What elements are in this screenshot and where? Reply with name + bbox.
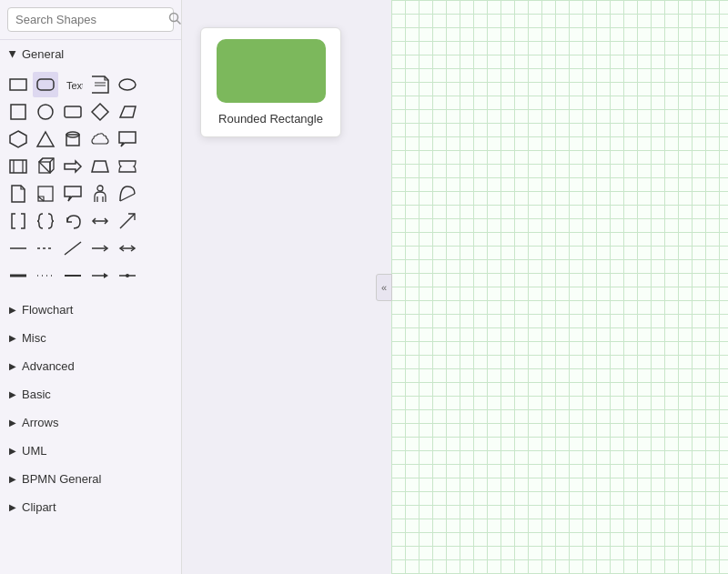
shape-person[interactable] xyxy=(87,181,113,206)
svg-point-7 xyxy=(119,79,136,90)
category-clipart[interactable]: ▶ Clipart xyxy=(0,493,181,521)
shape-arrow-line2[interactable] xyxy=(87,263,113,288)
shape-callout[interactable] xyxy=(115,126,140,152)
general-shapes-grid: Text xyxy=(0,68,181,296)
category-flowchart[interactable]: ▶ Flowchart xyxy=(0,296,181,324)
shape-empty2 xyxy=(142,99,167,125)
category-general-label: General xyxy=(22,47,64,61)
tooltip-label: Rounded Rectangle xyxy=(212,112,329,126)
shape-speech-bubble[interactable] xyxy=(60,181,86,206)
search-input-wrapper xyxy=(7,7,174,32)
svg-line-32 xyxy=(120,194,135,201)
svg-marker-13 xyxy=(10,131,26,147)
svg-line-28 xyxy=(38,196,44,201)
shape-double-arrow[interactable] xyxy=(87,208,113,234)
category-uml[interactable]: ▶ UML xyxy=(0,437,181,465)
category-arrows[interactable]: ▶ Arrows xyxy=(0,408,181,437)
shape-empty xyxy=(142,72,167,97)
shape-text[interactable]: Text xyxy=(60,72,86,97)
arrow-advanced: ▶ xyxy=(9,361,16,371)
arrow-basic: ▶ xyxy=(9,389,16,399)
shape-square[interactable] xyxy=(5,99,31,125)
svg-rect-10 xyxy=(65,106,81,117)
shape-note[interactable] xyxy=(87,72,113,97)
shape-parallelogram[interactable] xyxy=(115,99,140,125)
shape-bidirectional-line[interactable] xyxy=(115,236,140,261)
svg-marker-26 xyxy=(92,161,108,172)
svg-marker-25 xyxy=(65,161,81,172)
shape-page[interactable] xyxy=(5,181,31,206)
shape-angled-line[interactable] xyxy=(60,236,86,261)
svg-rect-17 xyxy=(10,160,26,173)
category-clipart-label: Clipart xyxy=(22,500,56,514)
shape-rounded-rectangle[interactable] xyxy=(33,72,58,97)
canvas-grid xyxy=(391,0,728,574)
category-bpmn[interactable]: ▶ BPMN General xyxy=(0,465,181,493)
shape-extra[interactable] xyxy=(115,263,140,288)
shape-rectangle[interactable] xyxy=(5,72,31,97)
shape-cube[interactable] xyxy=(33,154,58,179)
svg-point-9 xyxy=(38,105,53,119)
category-basic[interactable]: ▶ Basic xyxy=(0,380,181,408)
shape-thick-line[interactable] xyxy=(5,263,31,288)
category-arrows-label: Arrows xyxy=(22,416,58,429)
category-general[interactable]: ▶ General xyxy=(0,40,181,68)
svg-point-29 xyxy=(97,186,103,191)
shape-empty5 xyxy=(142,181,167,206)
category-misc-label: Misc xyxy=(22,331,46,345)
category-misc[interactable]: ▶ Misc xyxy=(0,324,181,352)
svg-marker-14 xyxy=(37,132,54,146)
shape-empty6 xyxy=(142,208,167,234)
arrow-flowchart: ▶ xyxy=(9,305,16,315)
category-bpmn-label: BPMN General xyxy=(22,472,101,486)
shape-empty7 xyxy=(142,236,167,261)
svg-line-34 xyxy=(120,214,135,228)
svg-rect-2 xyxy=(10,79,26,90)
shape-empty4 xyxy=(142,154,167,179)
tooltip-shape-preview xyxy=(217,39,326,103)
left-panel: ▶ General Text xyxy=(0,0,182,574)
shape-arc[interactable] xyxy=(115,181,140,206)
middle-panel: Rounded Rectangle « xyxy=(182,0,391,574)
arrow-arrows: ▶ xyxy=(9,418,16,428)
shape-dashed-line[interactable] xyxy=(33,236,58,261)
svg-rect-8 xyxy=(11,105,25,119)
shape-trapezoid[interactable] xyxy=(87,154,113,179)
svg-marker-11 xyxy=(92,104,108,120)
svg-rect-3 xyxy=(37,79,54,90)
search-input[interactable] xyxy=(15,13,168,26)
shape-cloud[interactable] xyxy=(87,126,113,152)
shape-process[interactable] xyxy=(5,154,31,179)
shape-cylinder[interactable] xyxy=(60,126,86,152)
shape-dotted-line[interactable] xyxy=(33,263,58,288)
shape-brace[interactable] xyxy=(33,208,58,234)
shape-diagonal-arrow[interactable] xyxy=(115,208,140,234)
shape-circle[interactable] xyxy=(33,99,58,125)
svg-point-46 xyxy=(126,274,129,277)
svg-line-1 xyxy=(177,21,181,25)
shape-ellipse[interactable] xyxy=(115,72,140,97)
shape-wave[interactable] xyxy=(115,154,140,179)
shape-arrow-right[interactable] xyxy=(60,154,86,179)
shape-empty8 xyxy=(142,263,167,288)
collapse-button[interactable]: « xyxy=(376,274,392,301)
svg-line-37 xyxy=(65,242,81,255)
shape-triangle[interactable] xyxy=(33,126,58,152)
category-basic-label: Basic xyxy=(22,388,51,401)
category-advanced[interactable]: ▶ Advanced xyxy=(0,352,181,380)
shape-diamond[interactable] xyxy=(87,99,113,125)
svg-text:Text: Text xyxy=(66,80,83,91)
svg-marker-12 xyxy=(120,106,136,117)
shape-folded[interactable] xyxy=(33,181,58,206)
shape-undo-arrow[interactable] xyxy=(60,208,86,234)
category-flowchart-label: Flowchart xyxy=(22,303,73,317)
canvas-area[interactable] xyxy=(391,0,728,574)
shape-arrow-line[interactable] xyxy=(87,236,113,261)
search-bar xyxy=(0,0,181,40)
shape-hexagon[interactable] xyxy=(5,126,31,152)
shape-bracket[interactable] xyxy=(5,208,31,234)
shape-rect-rounded2[interactable] xyxy=(60,99,86,125)
svg-marker-44 xyxy=(104,273,108,278)
shape-medium-line[interactable] xyxy=(60,263,86,288)
shape-solid-line[interactable] xyxy=(5,236,31,261)
